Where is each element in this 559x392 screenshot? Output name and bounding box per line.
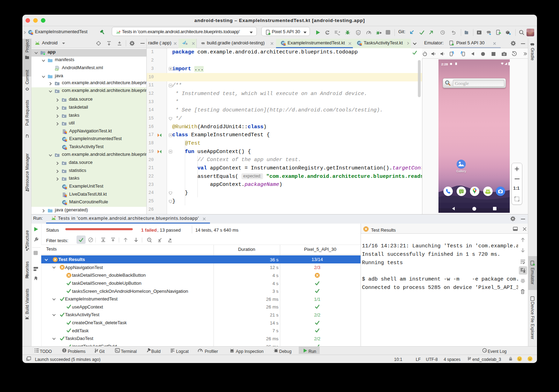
svg-text:A: A [326,32,328,34]
svg-text:MF: MF [56,68,58,71]
svg-text:C: C [357,31,360,34]
